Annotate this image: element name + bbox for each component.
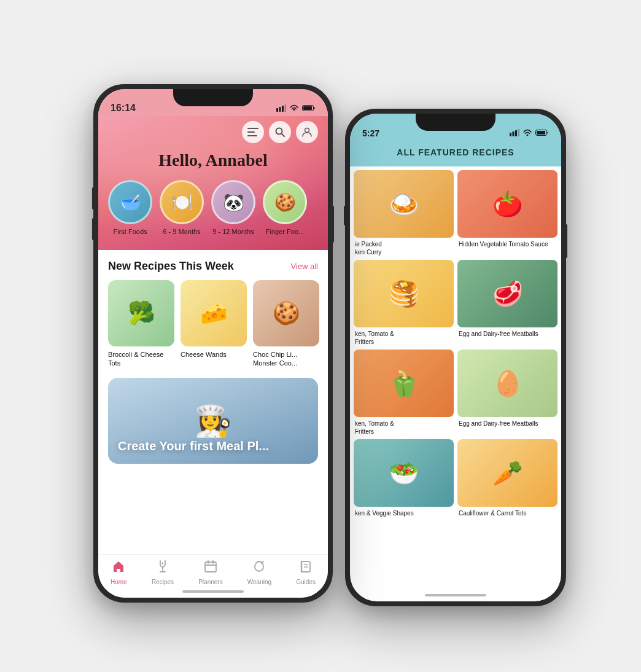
finger-foods-image: 🍪: [265, 182, 305, 222]
menu-icon-btn[interactable]: [242, 121, 264, 143]
recipe-name-cheese: Cheese Wands: [181, 350, 247, 359]
signal-icon: [276, 104, 286, 114]
grid-name-fritters2: ken, Tomato &Fritters: [354, 420, 454, 436]
category-first-foods[interactable]: 🥣 First Foods: [108, 180, 152, 235]
category-label-finger: Finger Foo...: [266, 228, 304, 235]
svg-rect-23: [510, 133, 511, 136]
svg-line-10: [282, 134, 285, 137]
signal-icon-phone2: [510, 129, 519, 138]
notch: [173, 89, 253, 106]
nav-weaning[interactable]: Weaning: [247, 560, 271, 585]
svg-rect-5: [303, 106, 312, 110]
grid-image-curry: 🍛: [354, 170, 454, 238]
recipe-image-cookie: 🍪: [253, 280, 319, 346]
wifi-icon-phone2: [523, 129, 532, 138]
category-9-12-months[interactable]: 🐼 9 - 12 Months: [211, 180, 255, 235]
grid-card-fritters2[interactable]: 🫑 ken, Tomato &Fritters: [354, 350, 454, 436]
white-content-area: New Recipes This Week View all 🥦 Broccol…: [98, 250, 328, 464]
teal-header: ALL FEATURED RECIPES: [350, 141, 561, 166]
recipe-card-broccoli[interactable]: 🥦 Broccoli & Cheese Tots: [108, 280, 174, 368]
recipe-name-broccoli: Broccoli & Cheese Tots: [108, 350, 174, 368]
guides-icon: [299, 560, 313, 577]
grid-name-veggie: ken & Veggie Shapes: [354, 509, 454, 517]
category-row: 🥣 First Foods 🍽️ 6 - 9 Months 🐼: [108, 180, 318, 235]
recipes-row: 🥦 Broccoli & Cheese Tots 🧀 Cheese Wands …: [98, 280, 328, 378]
svg-rect-1: [279, 107, 281, 112]
recipes-icon: [156, 560, 169, 577]
grid-card-egg[interactable]: 🥚 Egg and Dairy-free Meatballs: [457, 350, 557, 436]
6months-image: 🍽️: [161, 182, 202, 222]
phone2-power[interactable]: [565, 224, 567, 258]
category-label-9months: 9 - 12 Months: [212, 228, 254, 235]
nav-guides[interactable]: Guides: [296, 560, 316, 585]
nav-recipes[interactable]: Recipes: [152, 560, 174, 585]
phone-1: 16:14: [93, 84, 333, 603]
view-all-link[interactable]: View all: [290, 262, 318, 271]
svg-point-27: [527, 135, 529, 136]
recipe-image-broccoli: 🥦: [108, 280, 174, 346]
battery-icon-phone2: [535, 129, 549, 138]
category-circle-first-foods: 🥣: [108, 180, 152, 224]
vol-down-button[interactable]: [92, 218, 95, 240]
new-recipes-header: New Recipes This Week View all: [98, 250, 328, 280]
home-icon: [112, 560, 125, 577]
grid-name-egg: Egg and Dairy-free Meatballs: [457, 420, 557, 428]
svg-rect-26: [518, 129, 520, 136]
nav-weaning-label: Weaning: [247, 579, 271, 585]
grid-image-fritters: 🥞: [354, 260, 454, 327]
category-6-9-months[interactable]: 🍽️ 6 - 9 Months: [160, 180, 204, 235]
grid-name-tomato: Hidden Vegetable Tomato Sauce: [457, 240, 557, 248]
nav-home-label: Home: [111, 579, 127, 585]
category-circle-finger: 🍪: [263, 180, 307, 224]
svg-rect-3: [285, 104, 287, 112]
svg-rect-2: [282, 106, 284, 112]
create-meal-section[interactable]: 👩‍🍳 Create Your first Meal Pl...: [108, 378, 318, 464]
cheese-image-visual: 🧀: [181, 280, 247, 346]
svg-rect-29: [537, 131, 545, 135]
nav-planners[interactable]: Planners: [198, 560, 222, 585]
grid-name-meatballs: Egg and Dairy-free Meatballs: [457, 330, 557, 338]
profile-icon-btn[interactable]: [296, 121, 318, 143]
grid-image-fritters2: 🫑: [354, 350, 454, 417]
grid-card-carrot[interactable]: 🥕 Cauliflower & Carrot Tots: [457, 439, 557, 517]
category-finger-foods[interactable]: 🍪 Finger Foo...: [263, 180, 307, 235]
grid-card-curry[interactable]: 🍛 ie Packedken Curry: [354, 170, 454, 256]
planners-icon: [204, 560, 217, 577]
svg-rect-25: [515, 130, 517, 136]
recipe-card-cookie[interactable]: 🍪 Choc Chip Li... Monster Coo...: [253, 280, 319, 368]
status-icons-phone2: [510, 129, 549, 138]
grid-card-fritters[interactable]: 🥞 ken, Tomato &Fritters: [354, 260, 454, 346]
vol-up-button[interactable]: [92, 187, 95, 209]
grid-card-tomato[interactable]: 🍅 Hidden Vegetable Tomato Sauce: [457, 170, 557, 256]
category-circle-6months: 🍽️: [160, 180, 204, 224]
header-actions: [108, 116, 318, 148]
nav-guides-label: Guides: [296, 579, 316, 585]
recipe-card-cheese[interactable]: 🧀 Cheese Wands: [181, 280, 247, 368]
9months-image: 🐼: [213, 182, 254, 222]
grid-card-veggie[interactable]: 🥗 ken & Veggie Shapes: [354, 439, 454, 517]
recipe-image-cheese: 🧀: [181, 280, 247, 346]
grid-image-tomato: 🍅: [457, 170, 557, 238]
broccoli-image-visual: 🥦: [108, 280, 174, 346]
new-recipes-title: New Recipes This Week: [108, 260, 234, 273]
phone2-vol-up[interactable]: [344, 206, 346, 225]
featured-recipes-grid: 🍛 ie Packedken Curry 🍅 Hidden Vegetable …: [350, 166, 561, 521]
grid-card-meatballs[interactable]: 🥩 Egg and Dairy-free Meatballs: [457, 260, 557, 346]
nav-recipes-label: Recipes: [152, 579, 174, 585]
category-label-6months: 6 - 9 Months: [163, 228, 200, 235]
cookie-image-visual: 🍪: [253, 280, 319, 346]
greeting-text: Hello, Annabel: [108, 150, 318, 170]
recipe-name-cookie: Choc Chip Li... Monster Coo...: [253, 350, 319, 368]
notch-phone2: [416, 114, 495, 131]
search-icon-btn[interactable]: [269, 121, 291, 143]
power-button[interactable]: [332, 206, 334, 243]
grid-name-curry: ie Packedken Curry: [354, 240, 454, 256]
featured-title: ALL FEATURED RECIPES: [397, 147, 514, 157]
weaning-icon: [252, 560, 266, 577]
status-time-phone1: 16:14: [111, 103, 136, 114]
grid-image-carrot: 🥕: [457, 439, 557, 507]
nav-home[interactable]: Home: [111, 560, 127, 585]
grid-name-fritters: ken, Tomato &Fritters: [354, 330, 454, 346]
svg-rect-24: [513, 131, 515, 136]
create-title: Create Your first Meal Pl...: [118, 438, 269, 454]
